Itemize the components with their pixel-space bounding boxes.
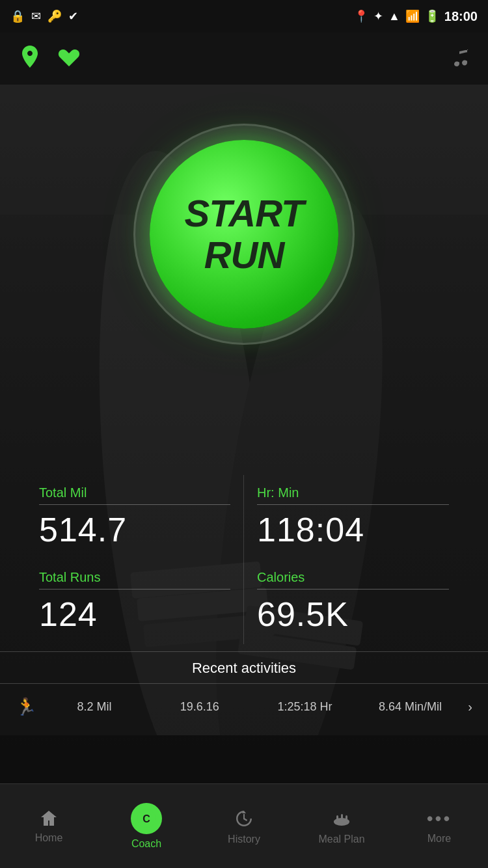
svg-rect-8 — [0, 735, 488, 787]
recent-activities-section: Recent activities 🏃 8.2 Mil 19.6.16 1:25… — [0, 651, 488, 722]
hero-section: START RUN Total Mil 514.7 Hr: Min 118:04… — [0, 85, 488, 787]
nav-item-more[interactable]: ••• More — [390, 784, 488, 868]
nav-item-meal-plan[interactable]: Meal Plan — [293, 784, 390, 868]
bluetooth-icon: ✦ — [373, 9, 383, 23]
bottom-nav: Home C Coach History Meal Plan — [0, 783, 488, 868]
stat-total-miles: Total Mil 514.7 — [26, 475, 244, 560]
nav-item-coach[interactable]: C Coach — [98, 784, 195, 868]
stat-total-miles-label: Total Mil — [39, 485, 230, 500]
check-icon: ✔ — [68, 9, 78, 23]
stats-grid: Total Mil 514.7 Hr: Min 118:04 Total Run… — [26, 475, 462, 644]
status-bar: 🔒 ✉ 🔑 ✔ 📍 ✦ ▲ 📶 🔋 18:00 — [0, 0, 488, 33]
signal-icon: 📶 — [405, 9, 420, 23]
key-icon: 🔑 — [47, 9, 62, 23]
nav-item-home[interactable]: Home — [0, 784, 98, 868]
action-bar — [0, 33, 488, 85]
location-button[interactable] — [16, 44, 44, 73]
stat-hr-min: Hr: Min 118:04 — [244, 475, 462, 560]
stat-total-runs-value: 124 — [39, 595, 230, 634]
recent-activities-top-divider — [0, 651, 488, 652]
battery-icon: 🔋 — [425, 9, 439, 23]
activity-pace: 8.64 Min/Mil — [362, 700, 457, 714]
start-run-text-line1: START — [185, 193, 304, 234]
stat-hr-min-value: 118:04 — [257, 510, 449, 549]
svg-rect-14 — [336, 815, 338, 822]
mail-icon: ✉ — [31, 9, 41, 23]
svg-rect-15 — [341, 814, 343, 822]
nav-item-history[interactable]: History — [195, 784, 293, 868]
stat-hr-min-label: Hr: Min — [257, 485, 449, 500]
nav-label-meal-plan: Meal Plan — [318, 834, 364, 845]
svg-rect-16 — [346, 815, 347, 822]
status-time: 18:00 — [444, 9, 478, 24]
start-run-outer-ring: START RUN — [133, 124, 355, 345]
location-status-icon: 📍 — [354, 9, 368, 23]
wifi-icon: ▲ — [388, 10, 400, 23]
stat-divider-2 — [257, 504, 449, 505]
activity-date: 19.6.16 — [152, 700, 247, 714]
start-run-container: START RUN — [133, 124, 355, 345]
recent-activity-row[interactable]: 🏃 8.2 Mil 19.6.16 1:25:18 Hr 8.64 Min/Mi… — [0, 692, 488, 722]
recent-activities-title: Recent activities — [0, 660, 488, 677]
stat-divider-1 — [39, 504, 230, 505]
nav-label-more: More — [427, 833, 451, 845]
music-button[interactable] — [452, 47, 472, 70]
stat-total-runs-label: Total Runs — [39, 570, 230, 585]
lock-icon: 🔒 — [10, 9, 25, 23]
activity-chevron-icon: › — [468, 699, 472, 714]
nav-label-history: History — [228, 834, 260, 845]
recent-activities-divider — [0, 683, 488, 684]
stat-divider-3 — [39, 589, 230, 590]
more-icon: ••• — [427, 808, 452, 829]
activity-run-icon: 🏃 — [16, 697, 36, 717]
stat-divider-4 — [257, 589, 449, 590]
stat-total-runs: Total Runs 124 — [26, 560, 244, 644]
svg-text:C: C — [142, 813, 150, 824]
activity-duration: 1:25:18 Hr — [258, 700, 353, 714]
coach-icon: C — [131, 803, 162, 834]
start-run-button[interactable]: START RUN — [150, 140, 338, 329]
nav-label-coach: Coach — [131, 838, 161, 850]
stat-calories: Calories 69.5K — [244, 560, 462, 644]
start-run-text-line2: RUN — [204, 234, 284, 276]
stat-total-miles-value: 514.7 — [39, 510, 230, 549]
nav-label-home: Home — [35, 832, 63, 844]
meal-plan-icon — [331, 807, 353, 830]
history-icon — [233, 807, 255, 830]
stat-calories-value: 69.5K — [257, 595, 449, 634]
status-icons-right: 📍 ✦ ▲ 📶 🔋 18:00 — [354, 9, 478, 24]
home-icon — [39, 809, 59, 828]
action-bar-left — [16, 44, 81, 73]
stat-calories-label: Calories — [257, 570, 449, 585]
stats-section: Total Mil 514.7 Hr: Min 118:04 Total Run… — [0, 475, 488, 644]
status-icons-left: 🔒 ✉ 🔑 ✔ — [10, 9, 78, 23]
heart-button[interactable] — [57, 47, 81, 70]
activity-distance: 8.2 Mil — [47, 700, 142, 714]
